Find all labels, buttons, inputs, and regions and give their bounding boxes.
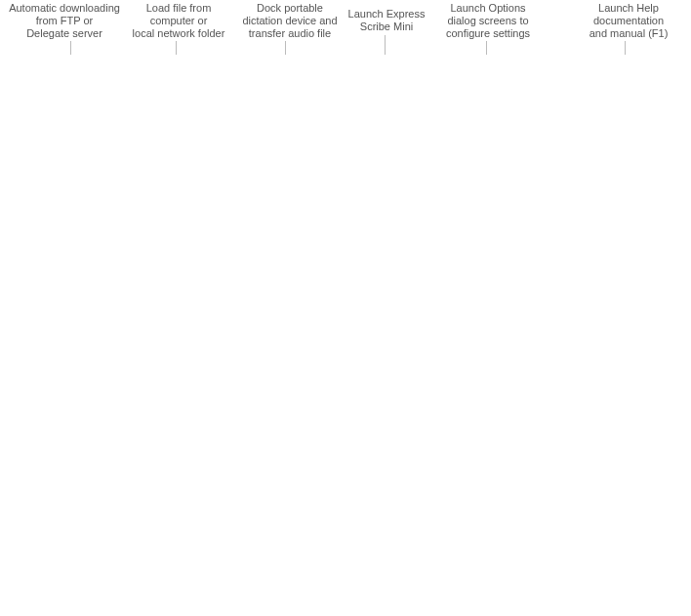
callout-help: Launch Helpdocumentationand manual (F1)	[570, 2, 687, 40]
callout-mini: Launch ExpressScribe Mini	[338, 8, 435, 33]
top-callouts: Automatic downloadingfrom FTP orDelegate…	[0, 0, 691, 55]
callout-options: Launch Optionsdialog screens toconfigure…	[431, 2, 545, 40]
callout-sync: Automatic downloadingfrom FTP orDelegate…	[6, 2, 123, 40]
callout-load: Load file fromcomputer orlocal network f…	[125, 2, 232, 40]
callout-dock: Dock portabledictation device andtransfe…	[226, 2, 353, 40]
